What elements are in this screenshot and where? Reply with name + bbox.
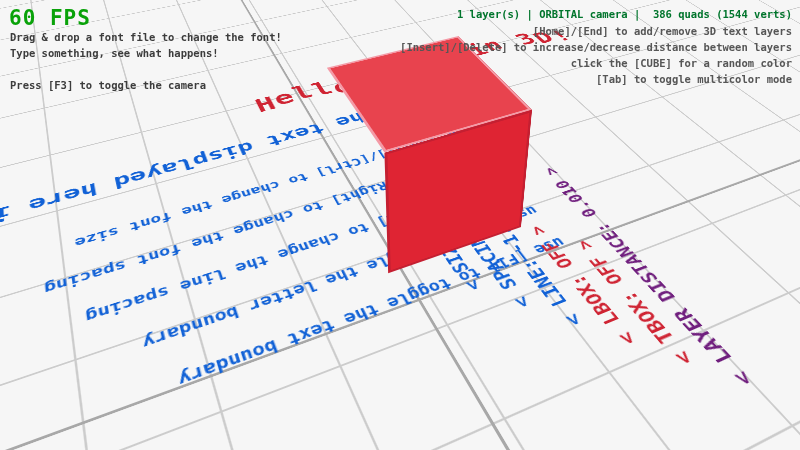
3d-scene: Hello World in 3D! use [F1] to toggle th… (0, 0, 800, 450)
app-window: Hello World in 3D! use [F1] to toggle th… (0, 0, 800, 450)
option-labels: < SIZE: 8.0 >< SPACING: 0.5 >< LINE: -1.… (0, 0, 637, 16)
ground-grid: Hello World in 3D! use [F1] to toggle th… (0, 0, 800, 415)
